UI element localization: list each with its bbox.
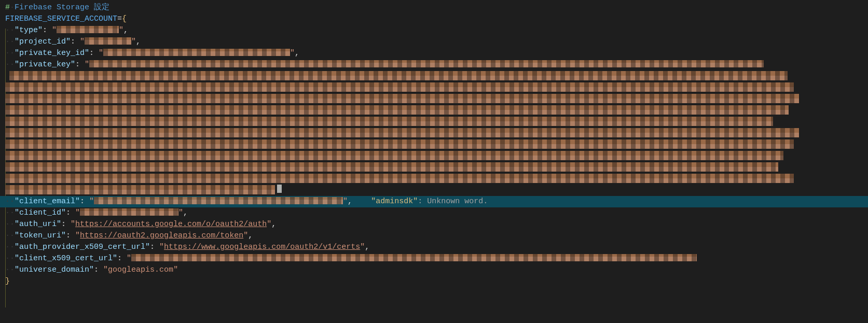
json-key: "type" <box>15 26 43 35</box>
code-line[interactable]: FIREBASE_SERVICE_ACCOUNT={ <box>0 13 868 25</box>
json-key: "auth_uri" <box>15 220 61 229</box>
json-key: "client_email" <box>15 197 80 206</box>
open-brace: { <box>122 15 127 23</box>
comment-hash: # <box>5 3 10 12</box>
redacted-value <box>103 49 290 56</box>
redacted-value <box>85 37 131 45</box>
code-line[interactable] <box>0 82 868 93</box>
code-line[interactable] <box>0 128 868 139</box>
code-line[interactable]: "universe_domain": "googleapis.com" <box>0 264 868 276</box>
json-key: "private_key" <box>15 60 75 69</box>
json-key: "project_id" <box>15 37 71 46</box>
redacted-value <box>5 185 275 194</box>
redacted-value <box>57 26 119 33</box>
code-line[interactable] <box>0 139 868 150</box>
redacted-value <box>5 82 794 92</box>
json-key: "token_uri" <box>15 231 66 240</box>
code-line[interactable]: "auth_uri": "https://accounts.google.com… <box>0 219 868 230</box>
redacted-value <box>5 128 799 137</box>
equals-sign: = <box>117 15 122 23</box>
redacted-value <box>5 174 794 183</box>
code-line[interactable] <box>0 116 868 128</box>
redacted-value <box>5 105 789 115</box>
code-line[interactable]: "client_x509_cert_url": " <box>0 253 868 264</box>
code-line[interactable]: "auth_provider_x509_cert_url": "https://… <box>0 242 868 253</box>
code-line[interactable]: "token_uri": "https://oauth2.googleapis.… <box>0 230 868 242</box>
code-line[interactable] <box>0 93 868 105</box>
redacted-value <box>9 71 788 80</box>
string-value: googleapis.com <box>108 265 173 274</box>
redacted-value <box>131 254 697 261</box>
code-line[interactable]: } <box>0 276 868 287</box>
code-line[interactable] <box>0 162 868 173</box>
code-line[interactable]: #Firebase Storage 設定 <box>0 2 868 13</box>
redacted-value <box>5 162 778 172</box>
redacted-value <box>80 208 178 216</box>
text-cursor <box>277 185 282 193</box>
code-line[interactable] <box>0 185 868 196</box>
json-key: "auth_provider_x509_cert_url" <box>15 243 150 251</box>
code-line[interactable]: "private_key_id": "", <box>0 48 868 59</box>
json-key: "private_key_id" <box>15 49 89 58</box>
code-line[interactable]: "type": "", <box>0 25 868 36</box>
redacted-value <box>94 197 343 204</box>
url-value: https://accounts.google.com/o/oauth2/aut… <box>75 220 267 229</box>
code-line[interactable]: "client_id": "", <box>0 207 868 219</box>
redacted-value <box>5 117 773 126</box>
redacted-value <box>5 151 783 160</box>
redacted-value <box>89 60 764 67</box>
env-var-name: FIREBASE_SERVICE_ACCOUNT <box>5 15 117 23</box>
url-value: https://www.googleapis.com/oauth2/v1/cer… <box>164 243 360 251</box>
code-line[interactable] <box>0 105 868 116</box>
code-line[interactable]: "project_id": "", <box>0 36 868 48</box>
url-value: https://oauth2.googleapis.com/token <box>80 231 243 240</box>
code-line[interactable] <box>0 71 868 82</box>
redacted-value <box>5 139 794 149</box>
json-key: "client_id" <box>15 208 66 217</box>
close-brace: } <box>5 277 10 286</box>
code-line[interactable] <box>0 173 868 185</box>
json-key: "client_x509_cert_url" <box>15 254 117 263</box>
redacted-value <box>5 94 799 103</box>
diagnostic-message: : Unknown word. <box>418 197 488 206</box>
json-key: "universe_domain" <box>15 265 94 274</box>
code-line[interactable]: "private_key": " <box>0 59 868 71</box>
diagnostic-word: "adminsdk" <box>371 197 418 206</box>
code-line-highlighted[interactable]: "client_email": "", "adminsdk": Unknown … <box>0 196 868 207</box>
comment-text: Firebase Storage 設定 <box>15 3 109 12</box>
code-line[interactable] <box>0 150 868 162</box>
